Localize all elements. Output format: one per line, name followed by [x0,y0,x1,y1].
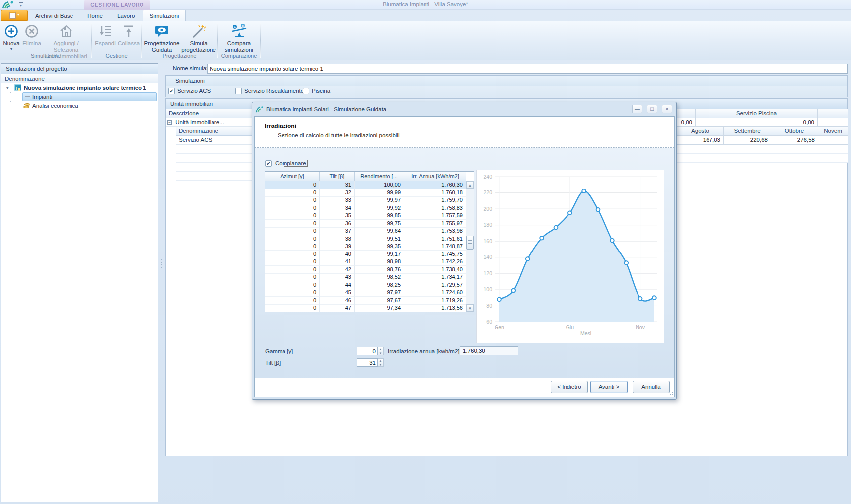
irradiation-table-header: Azimut [γ] Tilt [β] Rendimento [... Irr.… [265,172,474,181]
nuova-button[interactable]: Nuova ▾ [1,23,22,51]
table-cell: 1.724,60 [404,289,466,297]
piscina-checkbox[interactable]: ✔ [303,88,309,94]
elimina-label: Elimina [22,40,42,47]
col-header-tilt[interactable]: Tilt [β] [320,172,355,181]
table-cell: 0 [265,281,320,289]
denominazione-sub-header[interactable]: Denominazione [176,127,252,136]
servizio-riscaldamento-checkbox[interactable]: ✔ [235,88,242,94]
collapse-expander-icon[interactable]: − [167,120,172,125]
compara-simulazioni-button[interactable]: A B Compara simulazioni [219,23,259,53]
table-cell: 31 [320,181,355,189]
irradiazione-annua-label: Irradiazione annua [kwh/m2] [388,348,459,354]
group-label-progettazione: Progettazione [142,53,217,59]
servizio-piscina-group-header[interactable]: Servizio Piscina [696,109,818,118]
table-row[interactable]: 04298,761.738,40 [265,266,466,274]
elimina-button[interactable]: Elimina [22,23,42,47]
dialog-minimize-button[interactable]: — [632,105,642,113]
resize-grip[interactable] [668,390,673,395]
tree-item-label: Analisi economica [32,103,78,109]
dialog-close-button[interactable]: × [662,105,672,113]
nuova-dropdown-icon: ▾ [1,47,22,51]
table-cell: 1.729,57 [404,281,466,289]
nome-simulazione-input[interactable] [207,64,848,74]
table-row[interactable]: 03599,851.757,59 [265,212,466,220]
scroll-down-button[interactable]: ▼ [466,304,474,312]
table-row[interactable]: 03999,351.748,87 [265,243,466,251]
table-row[interactable]: 04498,251.729,57 [265,281,466,289]
col-header-irr-annua[interactable]: Irr. Annua [kWh/m2] [404,172,466,181]
table-cell: 39 [320,243,355,251]
dialog-maximize-button[interactable]: □ [647,105,657,113]
progettazione-guidata-line1: Progettazione [143,40,181,47]
table-cell: 1.760,18 [404,189,466,197]
month-header-settembre[interactable]: Settembre [724,127,771,136]
svg-text:160: 160 [483,238,492,244]
value-settembre[interactable]: 220,68 [724,136,771,145]
servizio-acs-checkbox[interactable]: ✔ [168,88,175,94]
application-menu-button[interactable]: ▾ [1,10,28,21]
month-header-novembre[interactable]: Novem [818,127,848,136]
sidebar-splitter[interactable] [158,63,164,502]
bg-table-total-right[interactable]: 0,00 [696,118,818,127]
app-menu-chevron-icon: ▾ [17,12,19,17]
month-header-agosto[interactable]: Agosto [677,127,724,136]
col-header-rendimento[interactable]: Rendimento [... [355,172,404,181]
avanti-button[interactable]: Avanti > [590,381,628,393]
servizio-acs-row[interactable]: Servizio ACS [176,136,252,145]
table-row[interactable]: 031100,001.760,30 [265,181,466,189]
value-novembre[interactable] [818,136,848,145]
splitter-grip-icon [161,258,162,269]
tab-lavoro[interactable]: Lavoro [111,10,141,21]
tree-item-analisi-economica[interactable]: Analisi economica [1,101,158,110]
table-row[interactable]: 03899,511.751,61 [265,235,466,243]
value-agosto[interactable]: 167,03 [677,136,724,145]
svg-text:B: B [241,24,243,27]
bg-table-total-next[interactable] [818,118,848,127]
tilt-spinner[interactable]: 31 [357,358,378,367]
table-vertical-scrollbar[interactable]: ▲ ▼ [466,181,474,312]
table-row[interactable]: 03699,751.755,97 [265,220,466,228]
table-row[interactable]: 04398,521.734,17 [265,273,466,281]
tree-caret-icon[interactable]: ▾ [6,83,9,92]
tab-archivi-di-base[interactable]: Archivi di Base [29,10,79,21]
table-row[interactable]: 04198,981.742,26 [265,258,466,266]
table-cell: 0 [265,258,320,266]
collassa-button[interactable]: Collassa [117,23,140,47]
gamma-spin-buttons[interactable]: ▲▼ [378,347,384,355]
scroll-up-button[interactable]: ▲ [466,181,474,189]
table-row[interactable]: 04597,971.724,60 [265,289,466,297]
espandi-button[interactable]: Espandi [93,23,117,47]
tilt-spin-buttons[interactable]: ▲▼ [378,358,384,367]
svg-text:60: 60 [486,319,492,325]
piscina-label: Piscina [312,88,330,94]
table-cell: 97,67 [355,297,404,305]
indietro-button[interactable]: < Indietro [551,381,588,393]
table-row[interactable]: 03299,991.760,18 [265,189,466,197]
table-row[interactable]: 04797,341.713,56 [265,304,466,312]
progettazione-guidata-button[interactable]: Progettazione Guidata [143,23,181,53]
table-row[interactable]: 04099,171.745,75 [265,251,466,258]
tab-home[interactable]: Home [81,10,109,21]
unita-immobiliare-row[interactable]: − Unità immobiliare... [166,118,252,127]
simula-progettazione-button[interactable]: Simula progettazione [181,23,216,53]
descrizione-column-header[interactable]: Descrizione [166,109,252,118]
scrollbar-thumb[interactable] [466,236,474,250]
tree-item-simulazione-root[interactable]: ▾ Nuova simulazione impianto solare term… [1,83,158,92]
bg-table-total-left[interactable]: 0,00 [677,118,696,127]
tab-simulazioni[interactable]: Simulazioni [143,10,186,21]
tree-item-impianti[interactable]: Impianti [1,92,158,101]
table-row[interactable]: 03499,921.758,83 [265,204,466,212]
value-ottobre[interactable]: 276,58 [771,136,818,145]
month-header-ottobre[interactable]: Ottobre [771,127,818,136]
sidebar-column-header[interactable]: Denominazione [1,74,158,83]
table-row[interactable]: 03799,641.753,98 [265,227,466,235]
complanare-checkbox[interactable]: ✔ [265,160,272,167]
dialog-title-bar[interactable]: Blumatica impianti Solari - Simulazione … [252,102,676,116]
gamma-spinner[interactable]: 0 [357,347,378,355]
bg-table-group-header-next[interactable] [818,109,848,118]
table-row[interactable]: 04697,671.719,26 [265,297,466,305]
annulla-button[interactable]: Annulla [633,381,670,393]
table-row[interactable]: 03399,971.759,70 [265,196,466,204]
irradiazione-annua-field[interactable]: 1.760,30 [460,346,518,355]
col-header-azimut[interactable]: Azimut [γ] [265,172,320,181]
